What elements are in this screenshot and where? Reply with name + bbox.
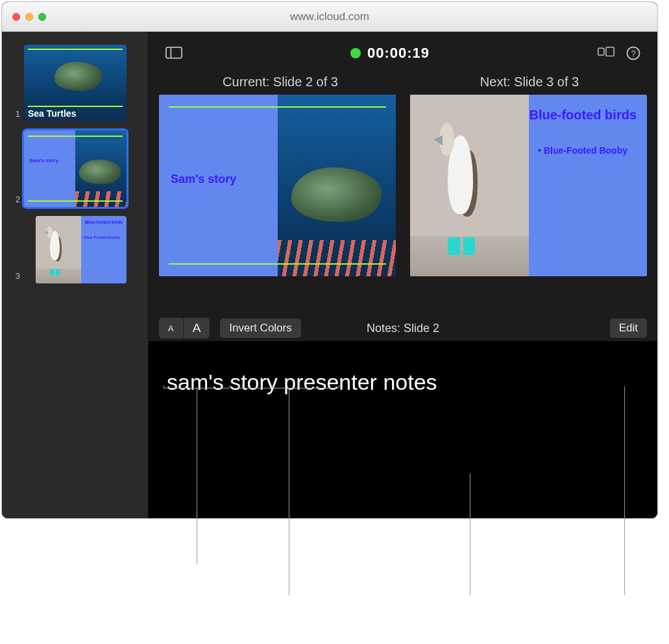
slide-preview-area: Current: Slide 2 of 3 Next: Slide 3 of 3… xyxy=(149,75,657,276)
svg-text:?: ? xyxy=(631,49,635,58)
callout-line xyxy=(624,387,625,595)
font-larger-button[interactable]: A xyxy=(183,318,210,339)
help-icon[interactable]: ? xyxy=(626,46,640,60)
thumb-row: 1 Sea Turtles xyxy=(8,45,141,121)
notes-title-label: Notes: Slide 2 xyxy=(367,322,439,335)
slide-thumbnail-3[interactable]: Blue-footed birds Blue-Footed Booby xyxy=(36,216,127,283)
svg-rect-2 xyxy=(598,48,604,55)
current-slide-preview[interactable]: Sam's story xyxy=(159,95,396,276)
window-url: www.icloud.com xyxy=(2,10,657,23)
thumb-title: Sea Turtles xyxy=(28,108,76,119)
content-area: 1 Sea Turtles 2 xyxy=(2,32,657,518)
thumb-title: Blue-footed birds xyxy=(85,220,123,224)
layout-options-icon[interactable] xyxy=(598,47,614,60)
thumb-bullet: Blue-Footed Booby xyxy=(82,235,120,239)
navigator-toggle-icon[interactable] xyxy=(165,47,182,60)
app-window: www.icloud.com 1 Sea Turtles 2 xyxy=(1,1,658,519)
current-slide-title: Sam's story xyxy=(171,173,236,186)
callout-line xyxy=(197,388,197,564)
callout-line xyxy=(470,473,470,595)
svg-rect-3 xyxy=(606,47,614,56)
slide-thumbnail-1[interactable]: Sea Turtles xyxy=(24,45,127,121)
window-titlebar: www.icloud.com xyxy=(2,2,657,32)
next-slide-bullet: Blue-Footed Booby xyxy=(538,145,627,156)
callout-line xyxy=(339,385,339,388)
slide-navigator: 1 Sea Turtles 2 xyxy=(2,32,149,518)
next-slide-preview[interactable]: Blue-footed birds Blue-Footed Booby xyxy=(410,95,647,276)
thumb-number: 3 xyxy=(8,271,20,283)
current-slide-label: Current: Slide 2 of 3 xyxy=(163,75,398,89)
thumb-number: 1 xyxy=(8,109,20,121)
edit-notes-button[interactable]: Edit xyxy=(610,318,647,338)
next-slide-label: Next: Slide 3 of 3 xyxy=(412,75,647,89)
presenter-main: 00:00:19 ? Current: Slide 2 of 3 Next: S… xyxy=(149,32,657,518)
callout-line xyxy=(239,385,239,388)
next-slide-title: Blue-footed birds xyxy=(529,108,637,123)
thumb-row: 2 Sam's story xyxy=(8,130,141,207)
callout-line xyxy=(230,385,230,388)
thumb-title: Sam's story xyxy=(29,158,58,163)
presentation-timer: 00:00:19 xyxy=(350,45,430,62)
invert-colors-button[interactable]: Invert Colors xyxy=(220,318,300,338)
notes-text: sam's story presenter notes xyxy=(167,370,437,394)
svg-rect-0 xyxy=(166,47,182,58)
presenter-topbar: 00:00:19 ? xyxy=(149,32,657,75)
thumb-number: 2 xyxy=(8,195,20,207)
thumb-row: 3 Blue-footed birds Blue-Footed Booby xyxy=(8,216,141,283)
presenter-notes: sam's story presenter notes xyxy=(149,341,657,518)
callout-line xyxy=(164,385,164,388)
font-smaller-button[interactable]: A xyxy=(159,318,183,339)
font-size-group: A A xyxy=(159,318,210,339)
callout-line xyxy=(289,388,289,595)
slide-thumbnail-2[interactable]: Sam's story xyxy=(24,130,127,207)
timer-status-icon xyxy=(350,48,361,58)
notes-toolbar: A A Invert Colors Notes: Slide 2 Edit xyxy=(149,315,657,341)
timer-text: 00:00:19 xyxy=(367,45,430,62)
